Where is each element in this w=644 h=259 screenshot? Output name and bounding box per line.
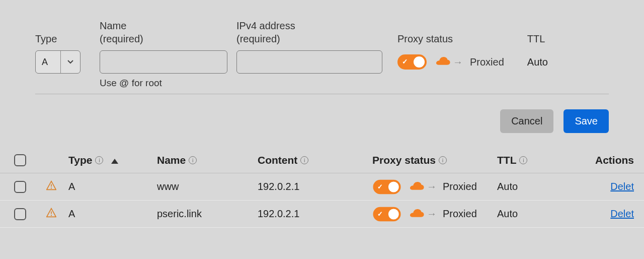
- table-row[interactable]: A pseric.link 192.0.2.1 → Proxied Auto D…: [0, 201, 644, 228]
- cloud-icon: →: [408, 181, 437, 192]
- proxy-status-label: Proxied: [443, 208, 477, 220]
- proxy-value-label: Proxied: [470, 56, 504, 68]
- name-helper: Use @ for root: [100, 78, 227, 89]
- info-icon: i: [300, 156, 308, 164]
- col-proxy[interactable]: Proxy statusi: [372, 154, 497, 166]
- ttl-label: TTL: [527, 32, 548, 45]
- cell-content: 192.0.2.1: [258, 208, 372, 220]
- table-row[interactable]: A www 192.0.2.1 → Proxied Auto Delet: [0, 173, 644, 201]
- row-proxy-toggle[interactable]: [373, 179, 400, 194]
- ipv4-input[interactable]: [236, 50, 382, 74]
- info-icon: i: [519, 156, 527, 164]
- col-name[interactable]: Namei: [157, 154, 258, 166]
- row-checkbox[interactable]: [14, 208, 26, 220]
- col-actions: Actions: [577, 154, 634, 166]
- type-label: Type: [35, 32, 91, 45]
- info-icon: i: [439, 156, 447, 164]
- proxy-label: Proxy status: [397, 32, 504, 45]
- save-button[interactable]: Save: [564, 109, 609, 133]
- row-proxy-toggle[interactable]: [373, 207, 400, 221]
- info-icon: i: [189, 156, 197, 164]
- cancel-button[interactable]: Cancel: [500, 109, 553, 133]
- table-header: Typei Namei Contenti Proxy statusi TTLi …: [0, 147, 644, 173]
- ttl-value: Auto: [527, 50, 548, 74]
- cell-name: pseric.link: [157, 208, 258, 220]
- sort-asc-icon: [111, 154, 118, 166]
- cell-ttl: Auto: [497, 208, 577, 220]
- cell-content: 192.0.2.1: [258, 181, 372, 192]
- cell-type: A: [68, 208, 157, 220]
- warning-icon: [46, 180, 68, 193]
- cloud-icon: →: [434, 56, 463, 68]
- cloud-icon: →: [408, 208, 437, 220]
- col-content[interactable]: Contenti: [258, 154, 372, 166]
- ipv4-label: IPv4 address (required): [236, 19, 382, 45]
- cell-proxy: → Proxied: [372, 179, 497, 195]
- proxy-status-label: Proxied: [443, 181, 477, 192]
- proxy-toggle[interactable]: [397, 54, 427, 70]
- cell-type: A: [68, 181, 157, 192]
- svg-point-3: [51, 215, 52, 216]
- warning-icon: [46, 208, 68, 220]
- info-icon: i: [95, 156, 103, 164]
- type-value: A: [36, 51, 61, 73]
- chevron-down-icon: [61, 60, 80, 64]
- svg-point-1: [51, 187, 52, 188]
- cell-ttl: Auto: [497, 181, 577, 192]
- delete-link[interactable]: Delet: [577, 208, 634, 220]
- select-all-checkbox[interactable]: [14, 154, 26, 166]
- cell-name: www: [157, 181, 258, 192]
- col-type[interactable]: Typei: [68, 154, 157, 166]
- name-input[interactable]: [100, 50, 227, 74]
- cell-proxy: → Proxied: [372, 207, 497, 222]
- type-select[interactable]: A: [35, 50, 80, 74]
- name-label: Name (required): [100, 19, 227, 45]
- delete-link[interactable]: Delet: [577, 181, 634, 192]
- row-checkbox[interactable]: [14, 181, 26, 193]
- col-ttl[interactable]: TTLi: [497, 154, 577, 166]
